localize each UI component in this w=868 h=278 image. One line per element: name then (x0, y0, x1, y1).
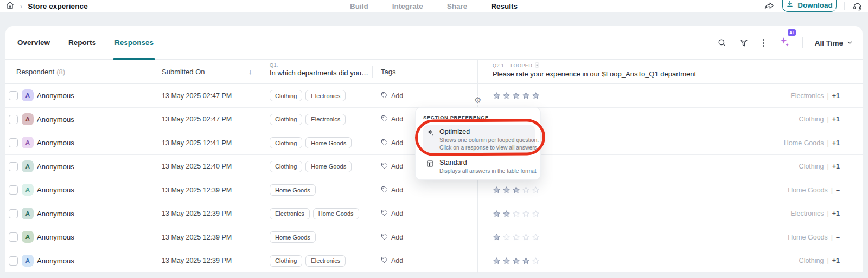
answer-extra-count: – (836, 234, 840, 241)
tag-icon (381, 186, 388, 195)
column-q21-looped: Q2.1. - LOOPED Please rate your experien… (493, 62, 696, 78)
answer-extra-count: +1 (832, 257, 840, 264)
table-row[interactable]: AAnonymous13 May 2025 12:39 PMClothingEl… (5, 249, 863, 273)
answer-label: Electronics (790, 210, 824, 217)
avatar: A (22, 255, 34, 267)
row-checkbox[interactable] (9, 138, 18, 147)
looped-answer-cell[interactable]: Clothing|+1 (799, 108, 840, 132)
add-tag-button[interactable]: Add (381, 84, 403, 108)
breadcrumb: › Store experience (5, 0, 88, 12)
respondent-name: Anonymous (37, 202, 74, 226)
answer-label: Electronics (790, 92, 824, 100)
share-icon[interactable] (764, 1, 775, 11)
rating-stars[interactable] (493, 84, 540, 108)
add-tag-button[interactable]: Add (381, 108, 403, 132)
add-tag-label: Add (391, 234, 403, 241)
table-row[interactable]: AAnonymous13 May 2025 12:39 PMElectronic… (5, 202, 863, 226)
add-tag-button[interactable]: Add (381, 131, 403, 155)
department-chip: Electronics (305, 114, 346, 125)
add-tag-button[interactable]: Add (381, 225, 403, 249)
add-tag-button[interactable]: Add (381, 249, 403, 273)
search-icon[interactable] (717, 38, 727, 48)
time-filter-dropdown[interactable]: All Time (815, 39, 853, 47)
rating-stars[interactable] (493, 202, 540, 226)
answer-label: Home Goods (784, 139, 824, 147)
looped-answer-cell[interactable]: Home Goods|+1 (784, 131, 840, 155)
respondent-name: Anonymous (37, 178, 74, 202)
answer-extra-count: – (836, 186, 840, 194)
nav-integrate[interactable]: Integrate (392, 2, 423, 10)
headset-icon[interactable] (852, 1, 863, 11)
section-preference-popup: SECTION PREFERENCE OptimizedShows one co… (415, 107, 541, 180)
looped-answer-cell[interactable]: Home Goods|– (788, 178, 840, 202)
tag-icon (381, 139, 388, 147)
department-chip: Home Goods (305, 161, 352, 172)
row-checkbox[interactable] (9, 232, 18, 242)
tab-responses[interactable]: Responses (114, 26, 154, 60)
respondent-name: Anonymous (37, 84, 74, 108)
nav-build[interactable]: Build (350, 2, 368, 10)
row-checkbox[interactable] (9, 162, 18, 171)
sort-descending-icon[interactable]: ↓ (248, 60, 252, 84)
more-options-icon[interactable] (761, 38, 767, 48)
topbar-actions: Download (764, 0, 863, 12)
rating-stars[interactable] (493, 178, 540, 202)
column-respondent: Respondent (8) (16, 60, 65, 84)
popup-option-standard[interactable]: StandardDisplays all answers in the tabl… (423, 156, 535, 178)
avatar: A (22, 208, 34, 219)
add-tag-button[interactable]: Add (381, 202, 403, 226)
download-icon (786, 0, 794, 9)
nav-share[interactable]: Share (447, 2, 468, 10)
looped-icon (534, 62, 540, 69)
add-tag-label: Add (391, 115, 403, 123)
tab-overview[interactable]: Overview (17, 26, 50, 60)
row-checkbox[interactable] (9, 185, 18, 195)
looped-answer-cell[interactable]: Electronics|+1 (790, 84, 840, 108)
filter-icon[interactable] (739, 38, 749, 48)
tag-icon (381, 92, 388, 100)
download-button[interactable]: Download (782, 0, 837, 12)
table-header: Respondent (8) Submitted On ↓ Q1. In whi… (5, 60, 863, 84)
department-chip: Clothing (270, 137, 302, 148)
option-label: Standard (439, 159, 532, 166)
add-tag-button[interactable]: Add (381, 178, 403, 202)
department-chip: Electronics (305, 255, 346, 267)
respondent-name: Anonymous (37, 249, 74, 273)
row-checkbox[interactable] (9, 209, 18, 218)
row-checkbox[interactable] (9, 91, 18, 100)
chevron-down-icon (847, 39, 853, 47)
tab-reports[interactable]: Reports (68, 26, 96, 60)
ai-badge: AI (788, 29, 796, 36)
answer-label: Home Goods (788, 234, 828, 241)
respondent-name: Anonymous (37, 225, 74, 249)
nav-results[interactable]: Results (491, 2, 518, 10)
popup-option-optimized[interactable]: OptimizedShows one column per looped que… (423, 125, 535, 155)
add-tag-label: Add (391, 257, 403, 264)
row-checkbox[interactable] (9, 256, 18, 266)
row-checkbox[interactable] (9, 115, 18, 124)
option-label: Optimized (439, 128, 532, 135)
avatar: A (22, 184, 34, 196)
ai-insights-icon[interactable]: AI (778, 36, 790, 50)
respondent-name: Anonymous (37, 155, 74, 179)
looped-answer-cell[interactable]: Clothing|+1 (799, 249, 840, 273)
add-tag-label: Add (391, 163, 403, 170)
answer-extra-count: +1 (832, 210, 840, 217)
rating-stars[interactable] (493, 225, 540, 249)
table-row[interactable]: AAnonymous13 May 2025 12:39 PMHome Goods… (5, 225, 863, 249)
add-tag-button[interactable]: Add (381, 155, 403, 179)
looped-answer-cell[interactable]: Electronics|+1 (790, 202, 840, 226)
department-chip: Clothing (270, 90, 302, 101)
rating-stars[interactable] (493, 249, 540, 273)
popup-options: OptimizedShows one column per looped que… (423, 125, 535, 178)
department-chips: ClothingHome Goods (270, 155, 352, 179)
section-settings-gear-icon[interactable]: ⚙ (473, 96, 482, 105)
table-row[interactable]: AAnonymous13 May 2025 12:39 PMHome Goods… (5, 178, 863, 202)
answer-label: Clothing (799, 257, 824, 264)
looped-answer-cell[interactable]: Clothing|+1 (799, 155, 840, 179)
home-icon[interactable] (5, 1, 15, 12)
table-row[interactable]: AAnonymous13 May 2025 02:47 PMClothingEl… (5, 84, 863, 108)
looped-answer-cell[interactable]: Home Goods|– (788, 225, 840, 249)
submitted-on-value: 13 May 2025 12:39 PM (162, 225, 232, 249)
department-chips: Home Goods (270, 225, 316, 249)
